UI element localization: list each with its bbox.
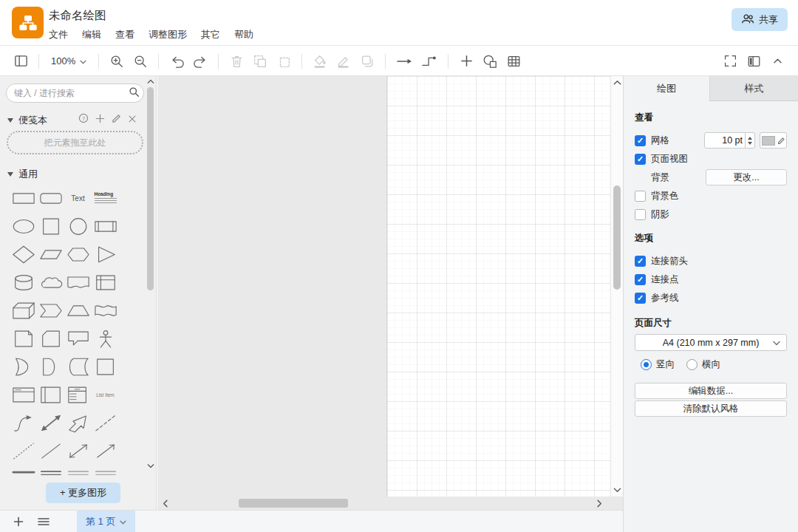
drawing-page[interactable] [386, 76, 610, 497]
connection-arrow-button[interactable] [392, 50, 417, 72]
canvas[interactable] [157, 76, 623, 510]
document-title[interactable]: 未命名绘图 [49, 8, 106, 24]
sidebar-scrollbar[interactable] [146, 76, 155, 510]
shape-trapezoid[interactable] [65, 297, 92, 324]
shape-plain-square[interactable] [92, 353, 119, 381]
grid-size-value[interactable] [705, 135, 745, 146]
redo-button[interactable] [188, 50, 212, 72]
edit-scratchpad-icon[interactable] [112, 113, 121, 126]
shape-and[interactable] [38, 353, 64, 381]
grid-size-input[interactable] [704, 132, 746, 149]
delete-button[interactable] [225, 50, 248, 72]
shape-or[interactable] [10, 353, 37, 381]
connection-points-checkbox[interactable] [635, 274, 646, 285]
shape-text[interactable]: Text [65, 185, 92, 212]
shape-diamond[interactable] [10, 241, 37, 268]
shape-directional-connector[interactable] [92, 437, 119, 465]
add-to-scratchpad-icon[interactable] [95, 113, 105, 126]
scratchpad-header[interactable]: 便笺本 [7, 114, 47, 127]
close-scratchpad-icon[interactable] [128, 113, 137, 126]
shape-card[interactable] [38, 325, 64, 352]
horizontal-scrollbar[interactable] [157, 497, 610, 510]
shape-bidirectional-connector[interactable] [65, 437, 92, 465]
to-back-button[interactable] [272, 50, 296, 72]
shape-hexagon[interactable] [65, 241, 92, 268]
shape-data-storage[interactable] [65, 353, 92, 381]
scroll-right-icon[interactable] [594, 497, 604, 510]
shape-list[interactable] [65, 381, 92, 409]
insert-shape-button[interactable] [478, 50, 502, 72]
landscape-radio[interactable] [686, 359, 698, 370]
share-button[interactable]: 共享 [732, 8, 788, 31]
shape-parallelogram[interactable] [38, 241, 64, 268]
shape-rounded-rectangle[interactable] [38, 185, 64, 212]
undo-button[interactable] [165, 50, 188, 72]
shape-document[interactable] [65, 269, 92, 296]
background-color-checkbox[interactable] [635, 191, 646, 202]
shape-actor[interactable] [92, 325, 119, 352]
shape-dotted-line[interactable] [10, 437, 37, 465]
landscape-option[interactable]: 横向 [686, 358, 720, 371]
shape-square[interactable] [38, 213, 64, 240]
waypoints-button[interactable] [417, 50, 442, 72]
step-up-icon[interactable] [748, 137, 752, 140]
search-icon[interactable] [129, 86, 140, 100]
connection-arrows-checkbox[interactable] [635, 256, 646, 267]
scrollbar-thumb[interactable] [239, 499, 348, 508]
general-section-header[interactable]: 通用 [7, 168, 38, 181]
portrait-radio[interactable] [641, 359, 652, 370]
page-size-select[interactable]: A4 (210 mm x 297 mm) [635, 334, 787, 351]
shadow-checkbox[interactable] [635, 209, 646, 220]
shape-internal-storage[interactable] [92, 269, 119, 296]
scroll-up-icon[interactable] [146, 77, 155, 86]
shape-triangle[interactable] [92, 241, 119, 268]
add-page-button[interactable] [6, 511, 31, 532]
shape-partial-1[interactable] [38, 466, 64, 483]
shape-note[interactable] [10, 325, 37, 352]
shape-list-item[interactable]: List Item [92, 381, 119, 409]
insert-button[interactable] [454, 50, 478, 72]
shape-vertical-container[interactable] [38, 381, 64, 409]
guides-checkbox[interactable] [635, 293, 646, 304]
shadow-button[interactable] [355, 50, 379, 72]
scrollbar-thumb[interactable] [613, 185, 621, 290]
scroll-up-icon[interactable] [612, 78, 623, 88]
shape-dashed-line[interactable] [92, 409, 119, 437]
shape-link[interactable] [10, 466, 37, 483]
menu-edit[interactable]: 编辑 [82, 28, 101, 41]
vertical-scrollbar[interactable] [610, 76, 623, 497]
insert-table-button[interactable] [502, 50, 525, 72]
zoom-in-button[interactable] [105, 50, 129, 72]
shape-search[interactable] [6, 83, 144, 103]
shape-ellipse[interactable] [10, 213, 37, 240]
clear-default-style-button[interactable]: 清除默认风格 [635, 400, 787, 417]
portrait-option[interactable]: 竖向 [641, 358, 675, 371]
shape-cloud[interactable] [38, 269, 64, 296]
more-shapes-button[interactable]: + 更多图形 [46, 482, 120, 503]
to-front-button[interactable] [248, 50, 272, 72]
edit-data-button[interactable]: 编辑数据... [635, 383, 787, 399]
scrollbar-thumb[interactable] [147, 87, 154, 290]
collapse-toolbar-button[interactable] [765, 50, 789, 72]
menu-help[interactable]: 帮助 [234, 28, 253, 41]
fullscreen-button[interactable] [718, 50, 742, 72]
shape-curve[interactable] [10, 409, 37, 437]
shape-cylinder[interactable] [10, 269, 37, 296]
zoom-dropdown[interactable]: 100% [45, 50, 92, 72]
shape-line[interactable] [38, 437, 64, 465]
zoom-out-button[interactable] [129, 50, 152, 72]
shape-partial-3[interactable] [92, 466, 119, 483]
shape-rectangle[interactable] [10, 185, 37, 212]
shape-step[interactable] [38, 297, 64, 324]
shape-circle[interactable] [65, 213, 92, 240]
format-panel-toggle-button[interactable] [742, 50, 765, 72]
toggle-shapes-panel-button[interactable] [9, 50, 33, 72]
scroll-down-icon[interactable] [612, 485, 623, 495]
shape-callout[interactable] [65, 325, 92, 352]
menu-view[interactable]: 查看 [115, 28, 134, 41]
shape-arrow[interactable] [65, 409, 92, 437]
tab-diagram[interactable]: 绘图 [624, 76, 710, 101]
menu-file[interactable]: 文件 [49, 28, 68, 41]
search-input[interactable] [14, 88, 129, 98]
shape-process[interactable] [92, 213, 119, 240]
